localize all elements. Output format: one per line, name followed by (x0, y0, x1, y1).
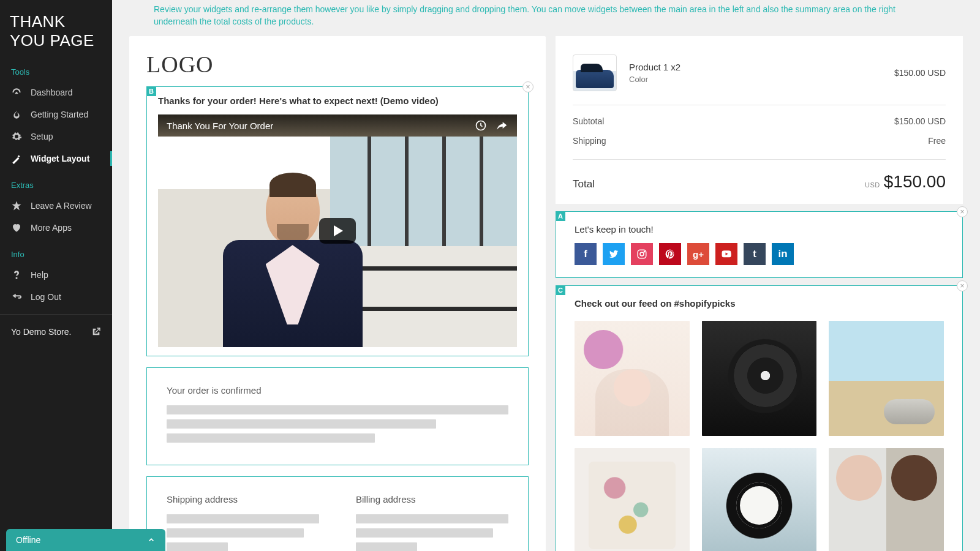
feed-tile[interactable] (575, 321, 690, 436)
svg-point-2 (640, 252, 644, 256)
page-preview-card: LOGO B × Thanks for your order! Here's w… (129, 36, 546, 551)
googleplus-icon[interactable]: g+ (687, 243, 709, 265)
sidebar-item-setup[interactable]: Setup (0, 126, 112, 148)
heart-icon (11, 222, 22, 233)
product-thumbnail (573, 54, 617, 91)
flame-icon (11, 109, 22, 120)
widget-tag: B (146, 86, 156, 96)
offline-status-pill[interactable]: Offline (6, 529, 165, 551)
video-player[interactable]: Thank You For Your Order (158, 114, 517, 347)
subtotal-value: $150.00 USD (894, 116, 946, 126)
sidebar-item-dashboard[interactable]: Dashboard (0, 81, 112, 103)
total-value: USD$150.00 (865, 172, 946, 192)
sidebar-label: Setup (31, 132, 53, 141)
logo-placeholder: LOGO (146, 51, 529, 78)
product-price: $150.00 USD (894, 68, 946, 78)
subtotal-row: Subtotal $150.00 USD (573, 105, 946, 131)
placeholder-line (356, 542, 417, 551)
widget-close-button[interactable]: × (957, 206, 968, 217)
feed-grid (575, 321, 944, 551)
sidebar-label: Widget Layout (31, 154, 89, 163)
youtube-icon[interactable] (715, 243, 737, 265)
app-brand: THANK YOU PAGE (0, 0, 112, 56)
feed-tile[interactable] (702, 321, 817, 436)
facebook-icon[interactable]: f (575, 243, 597, 265)
sidebar-item-widget-layout[interactable]: Widget Layout (0, 148, 112, 170)
placeholder-line (356, 514, 508, 523)
product-attribute: Color (629, 75, 882, 84)
offline-label: Offline (16, 535, 40, 545)
watch-later-icon[interactable] (474, 119, 488, 132)
sidebar-item-getting-started[interactable]: Getting Started (0, 103, 112, 126)
widget-tag: A (556, 211, 565, 221)
placeholder-line (167, 542, 228, 551)
widget-close-button[interactable]: × (957, 280, 968, 291)
placeholder-line (167, 419, 436, 429)
sidebar-section-info: Info (0, 239, 112, 264)
order-summary: Product 1 x2 Color $150.00 USD Subtotal … (556, 36, 963, 204)
widget-tag: C (556, 285, 565, 295)
svg-point-3 (644, 251, 645, 252)
widget-social[interactable]: A × Let's keep in touch! f g+ t in (556, 211, 963, 278)
placeholder-line (167, 433, 375, 443)
widget-video[interactable]: B × Thanks for your order! Here's what t… (146, 86, 529, 356)
shipping-value: Free (928, 136, 946, 146)
product-name: Product 1 x2 (629, 62, 882, 72)
instagram-icon[interactable] (631, 243, 653, 265)
store-name: Yo Demo Store. (11, 327, 71, 337)
sidebar-label: Log Out (31, 292, 61, 302)
video-title: Thank You For Your Order (167, 121, 273, 131)
sidebar-section-extras: Extras (0, 170, 112, 195)
sidebar-item-logout[interactable]: Log Out (0, 286, 112, 308)
play-icon (334, 225, 343, 236)
linkedin-icon[interactable]: in (772, 243, 794, 265)
placeholder-line (356, 528, 493, 538)
share-icon[interactable] (495, 119, 508, 132)
placeholder-line (167, 514, 319, 523)
sidebar-label: Dashboard (31, 88, 73, 97)
helper-text: Review your widgets and re-arrange them … (129, 0, 963, 36)
widget-close-button[interactable]: × (522, 81, 533, 92)
sidebar-section-tools: Tools (0, 56, 112, 81)
subtotal-label: Subtotal (573, 116, 604, 126)
social-title: Let's keep in touch! (575, 224, 944, 234)
back-arrow-icon (11, 291, 22, 302)
play-button[interactable] (319, 218, 356, 244)
feed-tile[interactable] (829, 448, 944, 551)
external-link-icon (91, 327, 101, 337)
sidebar-label: More Apps (31, 223, 72, 233)
shipping-row: Shipping Free (573, 131, 946, 151)
sidebar: THANK YOU PAGE Tools Dashboard Getting S… (0, 0, 112, 551)
video-titlebar: Thank You For Your Order (158, 114, 517, 137)
sidebar-label: Help (31, 270, 48, 280)
main-content: Review your widgets and re-arrange them … (112, 0, 980, 551)
star-icon (11, 200, 22, 211)
shipping-address-label: Shipping address (167, 494, 319, 504)
total-label: Total (573, 178, 595, 190)
store-link[interactable]: Yo Demo Store. (0, 314, 112, 349)
feed-tile[interactable] (575, 448, 690, 551)
wand-icon (11, 153, 22, 164)
widget-order-confirmed[interactable]: Your order is confirmed (146, 367, 529, 465)
feed-tile[interactable] (829, 321, 944, 436)
placeholder-line (167, 405, 508, 414)
confirmed-title: Your order is confirmed (167, 385, 508, 395)
tumblr-icon[interactable]: t (744, 243, 766, 265)
pinterest-icon[interactable] (659, 243, 681, 265)
sidebar-label: Getting Started (31, 110, 88, 119)
sidebar-item-help[interactable]: Help (0, 264, 112, 286)
sidebar-label: Leave A Review (31, 201, 92, 211)
widget-addresses[interactable]: Shipping address Shipping method Billing… (146, 476, 529, 551)
feed-title: Check out our feed on #shopifypicks (575, 298, 944, 309)
sidebar-item-review[interactable]: Leave A Review (0, 195, 112, 217)
placeholder-line (167, 528, 304, 538)
shipping-label: Shipping (573, 136, 606, 146)
widget-title: Thanks for your order! Here's what to ex… (158, 96, 517, 106)
sidebar-item-more-apps[interactable]: More Apps (0, 217, 112, 239)
widget-feed[interactable]: C × Check out our feed on #shopifypicks (556, 285, 963, 551)
help-icon (11, 269, 22, 280)
chevron-up-icon (147, 536, 156, 544)
gear-icon (11, 131, 22, 142)
feed-tile[interactable] (702, 448, 817, 551)
twitter-icon[interactable] (603, 243, 625, 265)
